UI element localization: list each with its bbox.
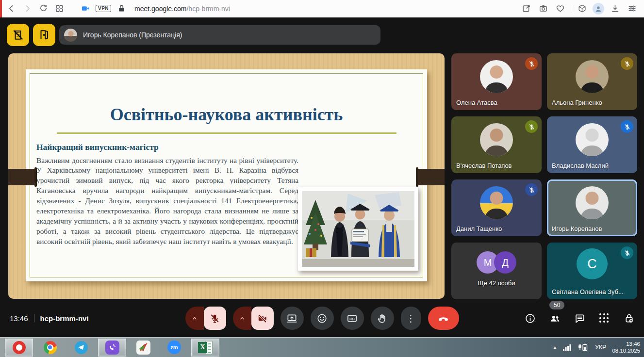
people-count-badge: 50 xyxy=(549,301,564,309)
present-screen-button[interactable] xyxy=(281,307,304,330)
profile-avatar[interactable] xyxy=(593,3,604,15)
slide-photo xyxy=(298,187,418,271)
reactions-emoji-button[interactable] xyxy=(311,307,334,330)
activities-grid-button[interactable] xyxy=(598,312,611,325)
chat-button[interactable] xyxy=(573,312,586,325)
zoom-icon: zm xyxy=(167,341,181,354)
vpn-badge[interactable]: VPN xyxy=(96,5,111,12)
slide-subtitle: Найкращий випускник-магістр xyxy=(36,142,427,152)
snapshot-camera-icon[interactable] xyxy=(537,2,549,15)
participant-avatar xyxy=(576,60,609,93)
mic-off-icon xyxy=(525,57,538,70)
participant-tile[interactable]: Игорь Корепанов xyxy=(547,179,637,236)
taskbar-app-telegram[interactable] xyxy=(67,339,95,357)
language-indicator[interactable]: УКР xyxy=(595,344,607,351)
mic-off-icon xyxy=(525,120,538,133)
host-controls-lock-button[interactable] xyxy=(623,312,635,325)
meet-app: Игорь Корепанов (Презентація) Освітньо-н… xyxy=(0,17,644,337)
participant-tile[interactable]: Владислав Маслий xyxy=(547,116,637,173)
tray-clock[interactable]: 13:46 08.10.2025 xyxy=(612,341,640,354)
taskbar-app-viber[interactable] xyxy=(98,339,126,357)
building-off-button[interactable] xyxy=(7,24,29,46)
participant-name: В'ячеслав Потапов xyxy=(456,162,512,169)
taskbar-apps: zm X xyxy=(5,338,219,357)
participant-avatar xyxy=(480,123,513,156)
mic-off-icon xyxy=(621,246,633,259)
taskbar-app-excel[interactable]: X xyxy=(191,339,219,357)
taskbar-app-medoc[interactable] xyxy=(129,339,157,357)
slide-ribbon-left xyxy=(8,169,37,185)
mic-off-button[interactable] xyxy=(204,307,226,330)
url-text[interactable]: meet.google.com/hcp-brmm-nvi xyxy=(134,5,230,13)
participant-avatar xyxy=(480,60,513,93)
lock-icon[interactable] xyxy=(115,2,128,15)
participant-name: Олена Атаєва xyxy=(456,99,497,106)
door-open-button[interactable] xyxy=(33,24,55,46)
downloads-icon[interactable] xyxy=(609,2,621,15)
avatar-head xyxy=(490,65,503,79)
participant-avatar: С xyxy=(577,248,608,279)
camera-off-button[interactable] xyxy=(251,307,274,330)
toolbar-divider xyxy=(571,4,571,13)
presenter-label: Игорь Корепанов (Презентація) xyxy=(83,31,182,39)
meet-control-bar: 13:46 hcp-brmm-nvi CC ⋮ xyxy=(0,299,644,337)
avatar-body xyxy=(485,82,508,93)
slide-ribbon-right xyxy=(416,169,445,185)
avatar-body xyxy=(485,146,508,156)
speed-dial-icon[interactable] xyxy=(53,2,66,15)
participant-avatar xyxy=(576,123,609,156)
avatar-head xyxy=(586,192,599,205)
raise-hand-button[interactable] xyxy=(371,307,394,330)
graduation-photo-image xyxy=(302,191,414,267)
taskbar-app-zoom[interactable]: zm xyxy=(160,339,188,357)
taskbar-app-opera[interactable] xyxy=(5,339,33,357)
participant-name: Данил Тащенко xyxy=(456,225,502,232)
avatar-head xyxy=(490,192,503,205)
presenter-pill[interactable]: Игорь Корепанов (Презентація) xyxy=(59,25,380,45)
mic-options-chevron[interactable] xyxy=(185,307,204,330)
end-call-button[interactable] xyxy=(428,307,459,330)
shared-screen-presentation[interactable]: Освітньо-наукова активність Найкращий ви… xyxy=(8,53,445,299)
network-signal-icon[interactable] xyxy=(563,344,572,351)
camera-options-chevron[interactable] xyxy=(233,307,251,330)
meeting-code: hcp-brmm-nvi xyxy=(40,314,89,323)
taskbar-app-chrome[interactable] xyxy=(36,339,64,357)
windows-taskbar: zm X ▲ УКР 13:46 08.10.2025 xyxy=(0,337,644,357)
participant-name: Світлана Олегівна Зуб... xyxy=(552,288,624,295)
pinboard-icon[interactable] xyxy=(520,2,532,15)
tray-date: 08.10.2025 xyxy=(612,347,640,354)
address-bar[interactable]: VPN meet.google.com/hcp-brmm-nvi xyxy=(79,2,520,15)
tray-show-hidden-icon[interactable]: ▲ xyxy=(553,345,557,350)
avatar-head xyxy=(586,129,599,142)
opera-icon xyxy=(13,341,26,354)
meet-header: Игорь Корепанов (Презентація) xyxy=(7,24,380,46)
more-options-button[interactable]: ⋮ xyxy=(401,307,421,330)
svg-text:CC: CC xyxy=(349,317,354,321)
participant-tile[interactable]: В'ячеслав Потапов xyxy=(451,116,542,173)
participant-tile[interactable]: Олена Атаєва xyxy=(451,53,542,110)
captions-cc-button[interactable]: CC xyxy=(341,307,364,330)
battery-power-icon[interactable] xyxy=(578,343,589,351)
back-icon[interactable] xyxy=(5,2,17,15)
chrome-icon xyxy=(44,341,57,354)
info-button[interactable] xyxy=(524,312,536,325)
excel-icon: X xyxy=(198,341,213,354)
participant-name: Ще 42 особи xyxy=(478,279,515,287)
participant-tile[interactable]: МД Ще 42 особи xyxy=(451,243,542,299)
participant-name: Альона Гриненко xyxy=(552,99,602,106)
presenter-avatar xyxy=(64,29,77,42)
bookmarks-heart-icon[interactable] xyxy=(554,2,566,15)
easy-setup-sliders-icon[interactable] xyxy=(626,2,638,15)
forward-icon[interactable] xyxy=(21,2,33,15)
reload-icon[interactable] xyxy=(37,2,50,15)
slide-title: Освітньо-наукова активність xyxy=(26,104,427,125)
participant-tile[interactable]: Данил Тащенко xyxy=(451,179,542,236)
participant-tile[interactable]: Альона Гриненко xyxy=(547,53,637,110)
participant-tile[interactable]: С Світлана Олегівна Зуб... xyxy=(547,243,637,299)
slide-body-text: Важливим досягненням стало визнання студ… xyxy=(36,156,298,247)
info-divider xyxy=(34,314,34,323)
medoc-icon xyxy=(136,341,150,355)
slide-divider xyxy=(57,132,396,134)
people-button[interactable]: 50 xyxy=(548,312,561,325)
extensions-cube-icon[interactable] xyxy=(576,2,588,15)
